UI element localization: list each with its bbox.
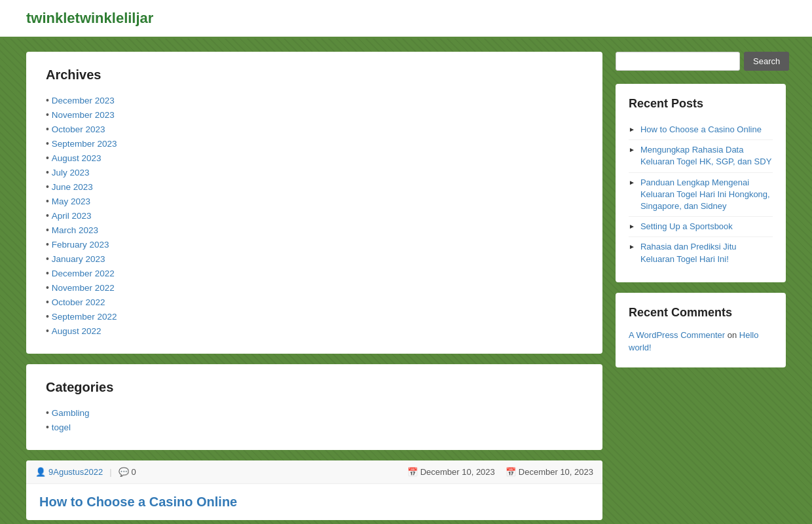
recent-posts-heading: Recent Posts — [629, 97, 773, 111]
archive-link[interactable]: July 2023 — [52, 168, 90, 178]
post-author-link[interactable]: 9Agustus2022 — [48, 467, 103, 477]
archive-link[interactable]: May 2023 — [52, 196, 90, 206]
search-widget: Search — [616, 52, 786, 71]
archive-link[interactable]: December 2022 — [52, 269, 115, 278]
recent-comments-section: Recent Comments A WordPress Commenter on… — [616, 293, 786, 367]
post-published-meta: 📅 December 10, 2023 — [407, 467, 495, 477]
recent-posts-section: Recent Posts ►How to Choose a Casino Onl… — [616, 84, 786, 282]
archive-link[interactable]: August 2022 — [52, 326, 101, 336]
recent-post-link[interactable]: Setting Up a Sportsbook — [640, 221, 733, 233]
content-area: Archives December 2023November 2023Octob… — [26, 52, 602, 520]
category-list-item: togel — [46, 420, 583, 434]
category-link[interactable]: togel — [52, 422, 71, 432]
site-title[interactable]: twinkletwinkleliljar — [26, 10, 153, 26]
archive-link[interactable]: August 2023 — [52, 153, 101, 163]
archive-link[interactable]: September 2023 — [52, 139, 117, 149]
categories-list: Gamblingtogel — [46, 405, 583, 434]
recent-post-item: ►Mengungkap Rahasia Data Keluaran Togel … — [629, 140, 773, 172]
post-dates-meta: 📅 December 10, 2023 📅 December 10, 2023 — [407, 467, 593, 477]
search-button[interactable]: Search — [744, 52, 789, 71]
archive-list-item: September 2022 — [46, 309, 583, 324]
archives-heading: Archives — [46, 67, 583, 83]
category-link[interactable]: Gambling — [52, 408, 90, 418]
recent-post-item: ►How to Choose a Casino Online — [629, 120, 773, 140]
search-input[interactable] — [616, 52, 740, 71]
archive-link[interactable]: November 2022 — [52, 283, 115, 293]
post-comments-meta: 💬 0 — [119, 467, 136, 477]
archive-link[interactable]: June 2023 — [52, 182, 93, 192]
archives-section: Archives December 2023November 2023Octob… — [26, 52, 602, 354]
archive-list-item: August 2023 — [46, 151, 583, 165]
recent-post-link[interactable]: How to Choose a Casino Online — [640, 124, 762, 136]
archive-list-item: January 2023 — [46, 252, 583, 266]
archive-list-item: October 2022 — [46, 295, 583, 309]
category-list-item: Gambling — [46, 405, 583, 420]
archive-list-item: September 2023 — [46, 136, 583, 151]
comment-item: A WordPress Commenter on Hello world! — [629, 329, 773, 354]
post-card-body: How to Choose a Casino Online — [26, 484, 602, 520]
archive-link[interactable]: March 2023 — [52, 225, 98, 235]
archive-list-item: December 2023 — [46, 93, 583, 107]
archives-list: December 2023November 2023October 2023Se… — [46, 93, 583, 338]
post-meta-bar: 👤 9Agustus2022 | 💬 0 📅 December 10, 2023… — [26, 460, 602, 484]
archive-link[interactable]: January 2023 — [52, 254, 105, 264]
post-comments-count: 0 — [132, 467, 136, 477]
post-published-date: December 10, 2023 — [420, 467, 495, 477]
recent-post-item: ►Panduan Lengkap Mengenai Keluaran Togel… — [629, 173, 773, 217]
recent-post-link[interactable]: Mengungkap Rahasia Data Keluaran Togel H… — [640, 144, 773, 168]
archive-list-item: May 2023 — [46, 194, 583, 208]
archive-list-item: July 2023 — [46, 165, 583, 179]
archive-link[interactable]: November 2023 — [52, 110, 115, 120]
site-header: twinkletwinkleliljar — [0, 0, 812, 39]
calendar-icon: 📅 — [407, 467, 418, 477]
post-arrow-icon: ► — [629, 146, 635, 153]
recent-posts-list: ►How to Choose a Casino Online►Mengungka… — [629, 120, 773, 269]
archive-list-item: December 2022 — [46, 266, 583, 280]
archive-list-item: November 2023 — [46, 107, 583, 122]
recent-comments-heading: Recent Comments — [629, 306, 773, 320]
archive-list-item: June 2023 — [46, 179, 583, 194]
meta-separator-1: | — [109, 467, 111, 477]
recent-post-item: ►Rahasia dan Prediksi Jitu Keluaran Toge… — [629, 237, 773, 269]
calendar-modified-icon: 📅 — [506, 467, 516, 477]
archive-list-item: April 2023 — [46, 208, 583, 223]
post-modified-meta: 📅 December 10, 2023 — [506, 467, 593, 477]
post-card: 👤 9Agustus2022 | 💬 0 📅 December 10, 2023… — [26, 460, 602, 520]
post-arrow-icon: ► — [629, 179, 635, 186]
archive-link[interactable]: October 2022 — [52, 297, 105, 307]
post-arrow-icon: ► — [629, 223, 635, 230]
recent-post-link[interactable]: Rahasia dan Prediksi Jitu Keluaran Togel… — [640, 241, 773, 265]
archive-link[interactable]: February 2023 — [52, 240, 109, 250]
post-modified-date: December 10, 2023 — [519, 467, 593, 477]
archive-link[interactable]: December 2023 — [52, 96, 115, 105]
archive-link[interactable]: September 2022 — [52, 312, 117, 322]
archive-list-item: February 2023 — [46, 237, 583, 252]
post-title: How to Choose a Casino Online — [39, 495, 589, 510]
author-icon: 👤 — [35, 467, 46, 477]
categories-heading: Categories — [46, 380, 583, 395]
post-arrow-icon: ► — [629, 126, 635, 133]
post-arrow-icon: ► — [629, 243, 635, 250]
archive-link[interactable]: October 2023 — [52, 124, 105, 134]
archive-link[interactable]: April 2023 — [52, 211, 92, 221]
commenter-link[interactable]: A WordPress Commenter — [629, 330, 725, 340]
archive-list-item: August 2022 — [46, 324, 583, 338]
recent-post-link[interactable]: Panduan Lengkap Mengenai Keluaran Togel … — [640, 177, 773, 213]
comment-icon: 💬 — [119, 467, 129, 477]
post-title-link[interactable]: How to Choose a Casino Online — [39, 495, 237, 509]
recent-post-item: ►Setting Up a Sportsbook — [629, 217, 773, 237]
categories-section: Categories Gamblingtogel — [26, 364, 602, 450]
archive-list-item: October 2023 — [46, 122, 583, 136]
archive-list-item: November 2022 — [46, 280, 583, 295]
sidebar: Search Recent Posts ►How to Choose a Cas… — [616, 52, 786, 520]
archive-list-item: March 2023 — [46, 223, 583, 237]
post-author-meta: 👤 9Agustus2022 — [35, 467, 103, 477]
